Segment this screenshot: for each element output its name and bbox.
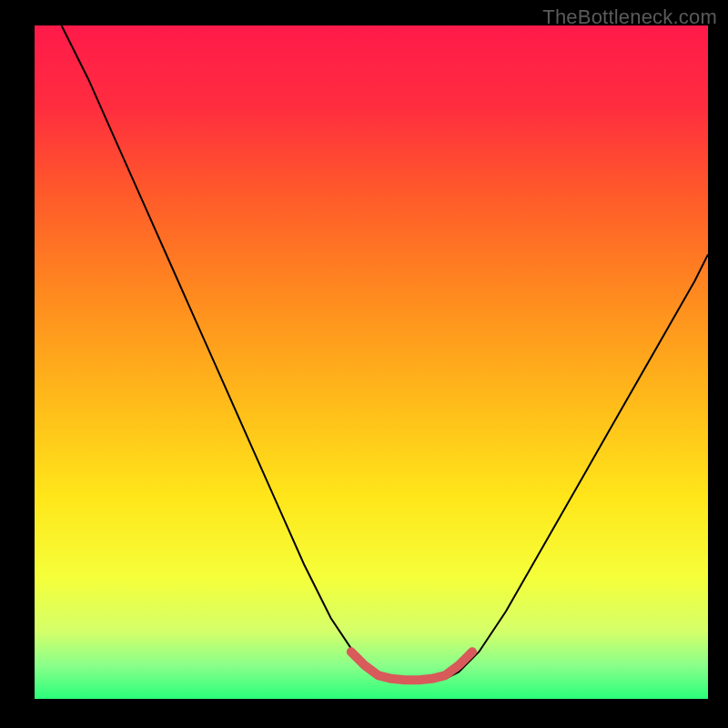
watermark-text: TheBottleneck.com xyxy=(542,5,717,29)
chart-container: TheBottleneck.com xyxy=(0,0,728,728)
bottleneck-chart xyxy=(0,0,728,728)
plot-background xyxy=(35,25,708,699)
